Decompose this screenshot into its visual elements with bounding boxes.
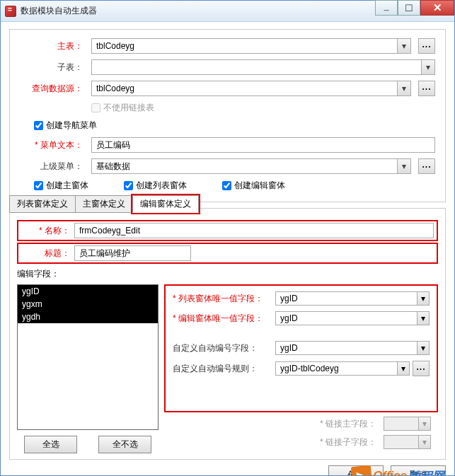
- auto-num-rule-combo[interactable]: ygID-tblCodeyg: [275, 361, 410, 376]
- link-main-label: * 链接主字段：: [171, 418, 384, 430]
- create-button[interactable]: 创建: [328, 465, 384, 475]
- bottom-bar: 创建 取消 ▶ Office 教程网 www.office26.com: [9, 460, 446, 475]
- tab-list-def[interactable]: 列表窗体定义: [9, 195, 76, 213]
- list-unique-combo[interactable]: ygID: [275, 291, 430, 306]
- parent-menu-label: 上级菜单：: [20, 161, 87, 173]
- close-button[interactable]: [420, 0, 454, 16]
- query-source-browse[interactable]: [418, 81, 435, 96]
- list-item[interactable]: ygxm: [18, 298, 158, 310]
- create-edit-form-checkbox[interactable]: 创建编辑窗体: [222, 180, 285, 192]
- field-listbox[interactable]: ygID ygxm ygdh: [17, 284, 159, 430]
- window-controls: [375, 1, 454, 21]
- sub-table-label: 子表：: [20, 62, 87, 74]
- tab-edit-def[interactable]: 编辑窗体定义: [132, 195, 199, 213]
- edit-name-label: * 名称：: [21, 225, 74, 237]
- window-title: 数据模块自动生成器: [21, 5, 97, 17]
- maximize-button[interactable]: [398, 0, 420, 16]
- link-sub-combo: [384, 435, 431, 449]
- list-unique-label: * 列表窗体唯一值字段：: [173, 293, 275, 305]
- query-source-label: 查询数据源：: [20, 83, 87, 95]
- create-main-form-checkbox[interactable]: 创建主窗体: [34, 180, 88, 192]
- select-none-button[interactable]: 全不选: [98, 436, 151, 453]
- app-icon: [5, 6, 16, 17]
- main-table-combo[interactable]: tblCodeyg: [91, 38, 411, 54]
- main-table-label: 主表：: [20, 40, 87, 52]
- edit-title-label: 标题：: [21, 248, 74, 260]
- main-table-browse[interactable]: [418, 38, 435, 54]
- select-all-button[interactable]: 全选: [24, 436, 77, 453]
- list-item[interactable]: ygID: [18, 285, 158, 298]
- no-link-table-checkbox: 不使用链接表: [91, 102, 154, 114]
- parent-menu-combo[interactable]: 基础数据: [91, 158, 411, 174]
- edit-fields-label: 编辑字段：: [17, 268, 438, 280]
- sub-table-combo[interactable]: [91, 59, 435, 75]
- link-main-combo: [384, 417, 431, 431]
- link-sub-label: * 链接子字段：: [171, 436, 384, 448]
- create-list-form-checkbox[interactable]: 创建列表窗体: [124, 180, 187, 192]
- query-source-combo[interactable]: tblCodeyg: [91, 81, 411, 96]
- titlebar: 数据模块自动生成器: [1, 1, 454, 22]
- tab-main-def[interactable]: 主窗体定义: [75, 195, 133, 213]
- parent-menu-browse[interactable]: [418, 158, 435, 174]
- tabs: 列表窗体定义 主窗体定义 编辑窗体定义: [9, 195, 445, 213]
- minimize-button[interactable]: [375, 0, 398, 16]
- auto-num-rule-browse[interactable]: [413, 361, 430, 376]
- list-item[interactable]: ygdh: [18, 310, 158, 323]
- auto-num-rule-label: 自定义自动编号规则：: [173, 363, 275, 375]
- edit-name-input[interactable]: frmCodeyg_Edit: [74, 223, 434, 238]
- edit-unique-combo[interactable]: ygID: [275, 311, 430, 325]
- auto-num-field-label: 自定义自动编号字段：: [173, 342, 275, 354]
- field-config-box: * 列表窗体唯一值字段： ygID * 编辑窗体唯一值字段： ygID 自定义自…: [164, 284, 438, 412]
- edit-title-input[interactable]: 员工编码维护: [74, 245, 191, 261]
- app-window: 数据模块自动生成器 主表： tblCodeyg 子表： 查询数据源： tblCo…: [0, 0, 455, 476]
- auto-num-field-combo[interactable]: ygID: [275, 341, 430, 355]
- top-panel: 主表： tblCodeyg 子表： 查询数据源： tblCodeyg 不使用链接…: [9, 29, 446, 202]
- menu-text-input[interactable]: 员工编码: [91, 137, 435, 153]
- menu-text-label: * 菜单文本：: [20, 139, 87, 151]
- create-nav-checkbox[interactable]: 创建导航菜单: [34, 120, 97, 132]
- cancel-button[interactable]: 取消: [391, 465, 446, 475]
- tab-panel: 列表窗体定义 主窗体定义 编辑窗体定义 * 名称： frmCodeyg_Edit…: [9, 208, 446, 460]
- edit-unique-label: * 编辑窗体唯一值字段：: [173, 313, 275, 325]
